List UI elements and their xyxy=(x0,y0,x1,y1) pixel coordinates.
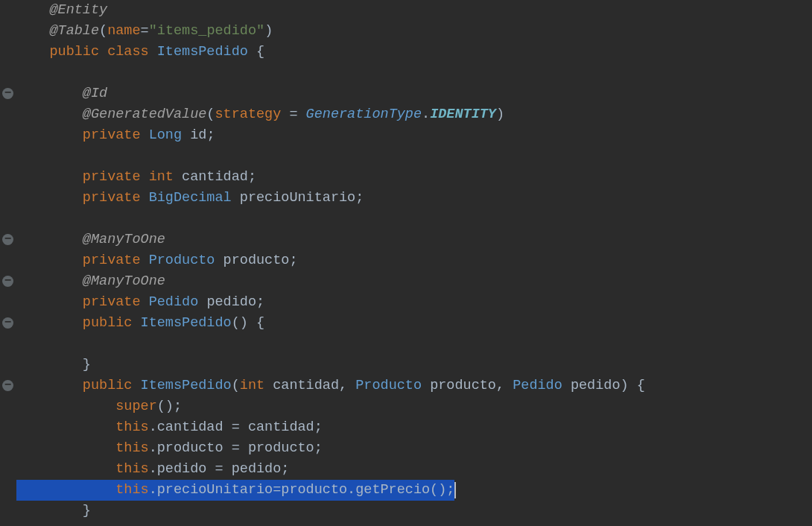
code-token: @GeneratedValue xyxy=(83,107,207,122)
code-line[interactable]: private Producto producto; xyxy=(16,250,812,271)
code-token: this xyxy=(115,482,148,498)
fold-toggle-icon[interactable] xyxy=(2,276,13,287)
code-token: Pedido xyxy=(149,294,199,310)
code-token: Long xyxy=(149,127,182,143)
code-token: name xyxy=(107,23,140,39)
code-line[interactable]: this.cantidad = cantidad; xyxy=(16,417,812,438)
code-token xyxy=(16,253,83,268)
code-line[interactable]: private BigDecimal precioUnitario; xyxy=(16,188,812,209)
code-token: Pedido xyxy=(513,378,562,393)
code-token xyxy=(16,65,25,80)
code-line[interactable]: @GeneratedValue(strategy = GenerationTyp… xyxy=(16,104,812,125)
code-line[interactable]: private Long id; xyxy=(16,125,812,146)
code-token: @Id xyxy=(83,86,107,101)
code-token: producto; xyxy=(215,253,297,268)
code-token: ) xyxy=(496,107,504,122)
code-token: strategy xyxy=(215,107,281,122)
code-token: super xyxy=(115,399,157,414)
code-token xyxy=(16,461,115,477)
code-line[interactable]: } xyxy=(16,501,812,522)
code-line[interactable]: } xyxy=(16,355,812,376)
code-token: pedido) { xyxy=(562,378,645,393)
code-token xyxy=(16,336,25,352)
code-token xyxy=(16,399,115,414)
code-line[interactable] xyxy=(16,334,812,355)
code-line[interactable]: public ItemsPedido(int cantidad, Product… xyxy=(16,376,812,396)
code-token: .pedido = pedido; xyxy=(149,461,290,477)
code-line[interactable]: super(); xyxy=(16,396,812,417)
code-token xyxy=(16,44,49,60)
code-line[interactable] xyxy=(16,209,812,229)
code-token xyxy=(16,190,83,206)
code-line[interactable]: public class ItemsPedido { xyxy=(16,42,812,63)
code-line[interactable] xyxy=(16,63,812,83)
code-token: .producto = producto; xyxy=(149,440,323,456)
fold-gutter[interactable] xyxy=(0,0,16,526)
code-token: "items_pedido" xyxy=(149,23,264,39)
code-token: () { xyxy=(232,315,264,331)
code-token xyxy=(16,86,83,101)
code-token: @ManyToOne xyxy=(83,273,165,289)
code-line[interactable]: private Pedido pedido; xyxy=(16,292,812,313)
code-token: ) xyxy=(264,23,273,39)
code-token: IDENTITY xyxy=(430,107,496,122)
code-token xyxy=(16,419,115,435)
code-token: GenerationType xyxy=(306,107,422,122)
code-token: (); xyxy=(157,399,182,414)
code-token: .precioUnitario=producto.getPrecio(); xyxy=(149,482,455,498)
code-line[interactable]: @Table(name="items_pedido") xyxy=(16,21,812,42)
code-line[interactable]: public ItemsPedido() { xyxy=(16,313,812,334)
code-area[interactable]: @Entity @Table(name="items_pedido") publ… xyxy=(16,0,812,526)
code-token: ( xyxy=(206,107,215,122)
code-token: cantidad; xyxy=(182,169,256,185)
code-token xyxy=(16,2,49,18)
code-token: ( xyxy=(99,23,107,39)
code-token xyxy=(16,294,83,310)
code-line[interactable]: @Entity xyxy=(16,0,812,21)
code-token: @Table xyxy=(49,23,99,39)
code-token: precioUnitario; xyxy=(232,190,364,206)
code-line[interactable]: @ManyToOne xyxy=(16,271,812,292)
code-token: . xyxy=(422,107,430,122)
code-token: id; xyxy=(182,127,215,143)
fold-toggle-icon[interactable] xyxy=(2,234,13,245)
code-token xyxy=(16,211,25,226)
code-token: private xyxy=(83,190,149,206)
code-token: } xyxy=(16,503,91,519)
code-token: = xyxy=(141,23,149,39)
code-line[interactable]: this.precioUnitario=producto.getPrecio()… xyxy=(16,480,812,501)
code-token: int xyxy=(240,378,264,393)
fold-toggle-icon[interactable] xyxy=(2,317,13,329)
code-editor[interactable]: @Entity @Table(name="items_pedido") publ… xyxy=(0,0,812,526)
code-token xyxy=(16,148,25,164)
fold-toggle-icon[interactable] xyxy=(2,380,13,391)
code-line[interactable]: this.pedido = pedido; xyxy=(16,459,812,480)
code-token: cantidad, xyxy=(264,378,355,393)
code-token: @ManyToOne xyxy=(83,232,165,247)
code-token: pedido; xyxy=(198,294,264,310)
code-token: .cantidad = cantidad; xyxy=(149,419,323,435)
code-token xyxy=(16,232,83,247)
code-token: ItemsPedido xyxy=(141,378,232,393)
code-token: ItemsPedido xyxy=(157,44,248,60)
code-line[interactable]: private int cantidad; xyxy=(16,167,812,188)
code-token xyxy=(16,23,49,39)
code-token xyxy=(16,440,115,456)
text-cursor xyxy=(454,482,456,498)
code-line[interactable]: this.producto = producto; xyxy=(16,438,812,459)
code-line[interactable]: @Id xyxy=(16,83,812,104)
code-token: public xyxy=(83,378,141,393)
code-token: private xyxy=(83,294,149,310)
code-line[interactable] xyxy=(16,146,812,167)
code-token xyxy=(16,273,83,289)
fold-toggle-icon[interactable] xyxy=(2,88,13,99)
code-line[interactable]: @ManyToOne xyxy=(16,229,812,250)
code-token xyxy=(16,107,83,122)
code-token: public xyxy=(83,315,141,331)
code-token: { xyxy=(248,44,264,60)
code-token: private xyxy=(83,127,149,143)
code-token: private int xyxy=(83,169,182,185)
code-token xyxy=(16,169,83,185)
code-token xyxy=(16,378,83,393)
code-token: Producto xyxy=(149,253,215,268)
